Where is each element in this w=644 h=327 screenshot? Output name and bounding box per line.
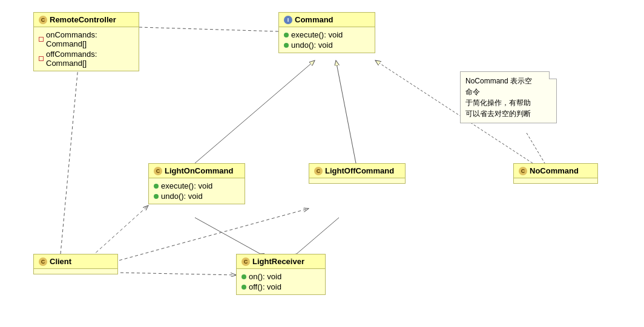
class-name-client: Client [50,257,71,266]
class-lightoffcommand: C LightOffCommand [309,163,406,184]
class-header-client: C Client [34,254,117,269]
class-header-command: I Command [279,13,375,27]
field-oncommands: onCommands: Command[] [39,30,134,49]
class-name-lightreceiver: LightReceiver [252,257,304,266]
class-body-command: execute(): void undo(): void [279,27,375,53]
class-command: I Command execute(): void undo(): void [278,12,375,53]
class-header-lightoncommand: C LightOnCommand [149,164,245,178]
class-name-command: Command [295,15,334,24]
field-text: offCommands: Command[] [46,50,134,68]
class-name-lightoncommand: LightOnCommand [165,166,233,175]
method-text: execute(): void [291,30,343,39]
class-remotecontroller: C RemoteController onCommands: Command[]… [33,12,139,71]
method-undo: undo(): void [154,191,240,201]
method-on: on(): void [242,271,320,282]
svg-line-11 [195,218,260,254]
class-name-lightoffcommand: LightOffCommand [325,166,394,175]
svg-line-12 [297,218,339,254]
visibility-public [284,43,289,48]
method-text: on(): void [249,272,281,281]
class-nocommand: C NoCommand [513,163,598,184]
class-body-lightoncommand: execute(): void undo(): void [149,178,245,204]
class-header-nocommand: C NoCommand [514,164,597,178]
class-body-lightoffcommand [309,178,405,183]
method-off: off(): void [242,282,320,292]
visibility-private [39,37,44,42]
note-nocommand: NoCommand 表示空命令于简化操作，有帮助可以省去对空的判断 [460,71,557,123]
class-icon-c: C [39,257,47,266]
method-execute: execute(): void [154,181,240,191]
class-client: C Client [33,254,118,274]
class-icon-c: C [314,167,323,175]
class-body-nocommand [514,178,597,183]
class-header-remotecontroller: C RemoteController [34,13,139,27]
svg-line-3 [139,27,278,31]
visibility-private [39,56,44,61]
class-body-client [34,269,117,274]
svg-line-9 [61,60,79,254]
method-text: execute(): void [161,181,212,190]
class-icon-c: C [154,167,162,175]
class-icon-c: C [519,167,527,175]
svg-line-4 [195,60,315,163]
visibility-public [154,194,159,199]
visibility-public [154,184,159,189]
class-name-remotecontroller: RemoteController [50,15,116,24]
class-lightreceiver: C LightReceiver on(): void off(): void [236,254,326,295]
class-body-remotecontroller: onCommands: Command[] offCommands: Comma… [34,27,139,71]
visibility-public [284,33,289,37]
class-icon-i: I [284,16,292,24]
field-text: onCommands: Command[] [46,30,134,48]
field-offcommands: offCommands: Command[] [39,49,134,68]
class-body-lightreceiver: on(): void off(): void [237,269,325,294]
method-text: off(): void [249,282,281,291]
class-name-nocommand: NoCommand [530,166,579,175]
note-text: NoCommand 表示空命令于简化操作，有帮助可以省去对空的判断 [465,77,532,118]
method-undo: undo(): void [284,40,370,50]
visibility-public [242,274,246,279]
class-icon-c: C [242,257,250,266]
class-lightoncommand: C LightOnCommand execute(): void undo():… [148,163,245,204]
class-header-lightreceiver: C LightReceiver [237,254,325,269]
uml-diagram: C RemoteController onCommands: Command[]… [0,0,644,327]
class-icon-c: C [39,16,47,24]
class-header-lightoffcommand: C LightOffCommand [309,164,405,178]
svg-line-5 [336,60,356,163]
method-text: undo(): void [291,40,333,50]
visibility-public [242,285,246,290]
svg-line-13 [527,133,545,163]
method-execute: execute(): void [284,30,370,40]
svg-line-7 [88,206,148,260]
method-text: undo(): void [161,192,203,201]
